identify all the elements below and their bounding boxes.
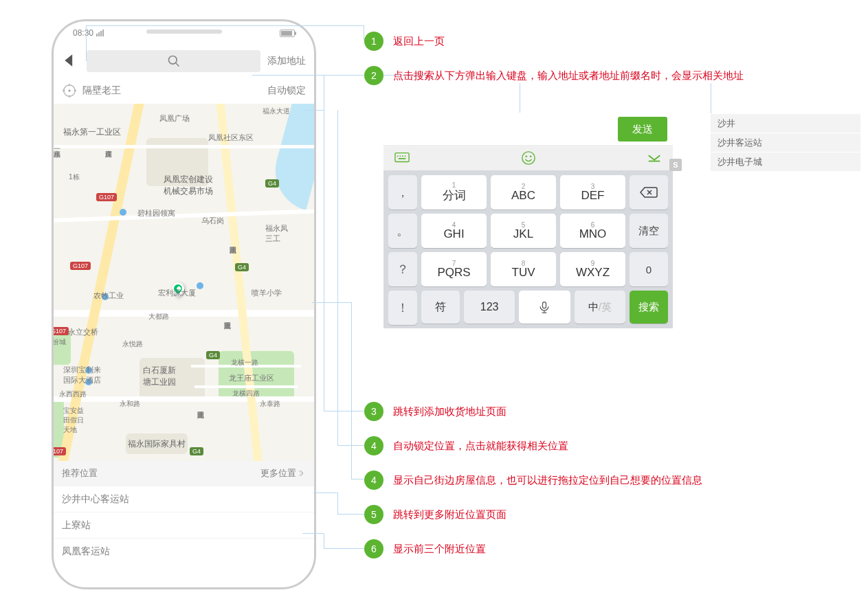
map-label: 永西西路 [59, 389, 87, 399]
connector [302, 533, 324, 534]
annotation-text: 显示前三个附近位置 [393, 543, 486, 556]
back-button[interactable] [62, 52, 80, 71]
locate-icon [62, 83, 77, 98]
backspace-icon [640, 186, 658, 199]
keyboard-grid: S ， 1分词 2ABC 3DEF 。 4GHI 5JKL 6MNO 清空 ？ … [383, 170, 673, 328]
key-clear[interactable]: 清空 [630, 214, 668, 248]
map-label: 福永凤 三工 [265, 223, 288, 244]
map-label: 凤凰广场 [159, 113, 190, 124]
connector [337, 110, 338, 445]
suggestion-list: 沙井 沙井客运站 沙井电子城 [711, 114, 860, 172]
phone-notch [146, 30, 222, 34]
key-mic[interactable] [519, 291, 570, 324]
key-7[interactable]: 7PQRS [421, 252, 487, 286]
annotation-badge: 5 [364, 505, 383, 524]
key-search[interactable]: 搜索 [630, 291, 668, 324]
annotation-badge: 4 [364, 436, 383, 455]
recommend-header: 推荐位置 更多位置 [54, 461, 314, 486]
annotation-1: 1 返回上一页 [364, 32, 445, 51]
annotation-5: 5 跳转到更多附近位置页面 [364, 505, 507, 524]
map-badge: G4 [265, 179, 279, 188]
map-label: 喷羊小学 [252, 288, 282, 298]
suggestion-item[interactable]: 沙井电子城 [711, 152, 860, 172]
map-badge: G107 [54, 447, 66, 455]
suggestion-item[interactable]: 沙井 [711, 114, 860, 133]
key-2[interactable]: 2ABC [491, 175, 556, 210]
search-icon [167, 54, 181, 68]
key-comma[interactable]: ， [388, 175, 417, 210]
signal-icon [96, 30, 104, 36]
svg-point-14 [522, 152, 534, 164]
key-question[interactable]: ？ [388, 252, 417, 286]
key-6[interactable]: 6MNO [560, 214, 625, 248]
annotation-text: 自动锁定位置，点击就能获得相关位置 [393, 440, 568, 453]
annotation-text: 点击搜索从下方弹出输入键盘，输入地址或者地址前缀名时，会显示相关地址 [393, 69, 744, 82]
key-0[interactable]: 0 [630, 252, 668, 286]
map-badge: G107 [70, 262, 91, 270]
user-name: 隔壁老王 [82, 84, 121, 97]
suggestion-item[interactable]: 沙井客运站 [711, 133, 860, 152]
connector [337, 514, 364, 515]
recommend-item[interactable]: 沙井中心客运站 [54, 486, 314, 512]
key-1[interactable]: 1分词 [421, 175, 487, 210]
map-badge: G4 [190, 447, 203, 455]
key-5[interactable]: 5JKL [491, 214, 556, 248]
annotation-badge: 3 [364, 402, 383, 421]
send-button[interactable]: 发送 [618, 117, 667, 142]
key-symbol[interactable]: 符 [421, 291, 460, 324]
key-9[interactable]: 9WXYZ [560, 252, 625, 286]
collapse-icon[interactable] [647, 153, 662, 163]
annotation-badge: 4 [364, 471, 383, 490]
map-label: 农牧工业 [93, 291, 124, 301]
battery-icon [280, 30, 295, 37]
more-locations-link[interactable]: 更多位置 [260, 467, 306, 479]
key-period[interactable]: 。 [388, 214, 417, 248]
map-label: 1栋 [69, 172, 80, 182]
recommend-item[interactable]: 凤凰客运站 [54, 538, 314, 564]
map-label: 乌石岗 [201, 216, 224, 226]
map-label: 宏利源大厦 [158, 288, 196, 298]
search-input[interactable] [87, 50, 260, 72]
map-label: 续纷城 [54, 337, 66, 347]
annotation-6: 6 显示前三个附近位置 [364, 539, 486, 558]
key-backspace[interactable] [630, 175, 668, 210]
annotation-badge: 1 [364, 32, 383, 51]
connector [324, 548, 364, 549]
annotation-2: 2 点击搜索从下方弹出输入键盘，输入地址或者地址前缀名时，会显示相关地址 [364, 66, 744, 85]
auto-lock-link[interactable]: 自动锁定 [267, 84, 306, 97]
user-row: 隔壁老王 自动锁定 [54, 78, 314, 104]
key-123[interactable]: 123 [464, 291, 515, 324]
top-bar: 添加地址 [54, 45, 314, 78]
annotation-badge: 2 [364, 66, 383, 85]
mic-icon [537, 300, 551, 314]
map-badge: G107 [54, 327, 69, 335]
key-3[interactable]: 3DEF [560, 175, 625, 210]
annotation-4a: 4 自动锁定位置，点击就能获得相关位置 [364, 436, 568, 455]
connector [313, 493, 337, 493]
map-label: 凤凰社区东区 [208, 133, 254, 143]
annotation-text: 跳转到添加收货地址页面 [393, 405, 507, 418]
key-4[interactable]: 4GHI [421, 214, 487, 248]
keyboard-icon[interactable] [394, 152, 410, 164]
map-label: 凤凰宏创建设 机械交易市场 [164, 174, 213, 197]
map-label: 龙王庙工业区 [229, 373, 274, 383]
key-lang[interactable]: 中/英 [575, 291, 625, 324]
recommend-item[interactable]: 上寮站 [54, 512, 314, 538]
key-8[interactable]: 8TUV [491, 252, 556, 286]
map-label: 大都路 [148, 312, 169, 321]
map-badge: G4 [235, 263, 249, 271]
emoji-icon[interactable] [521, 150, 536, 166]
map-label: 永和路 [120, 399, 140, 409]
connector [312, 302, 352, 303]
connector [324, 411, 364, 411]
map-badge: G4 [206, 351, 220, 359]
map-label: 龙横四路 [232, 389, 260, 398]
recommend-title: 推荐位置 [62, 467, 98, 479]
chevron-right-icon [298, 469, 306, 477]
connector [711, 83, 711, 113]
status-time: 08:30 [73, 28, 93, 38]
map-label: 永悦路 [122, 339, 143, 349]
annotation-text: 显示自己街边房屋信息，也可以进行拖拉定位到自己想要的位置信息 [393, 474, 702, 487]
add-address-link[interactable]: 添加地址 [267, 55, 306, 67]
map-view[interactable]: 福永第一工业区 凤凰广场 凤凰社区东区 凤凰宏创建设 机械交易市场 碧桂园领寓 … [54, 104, 314, 461]
